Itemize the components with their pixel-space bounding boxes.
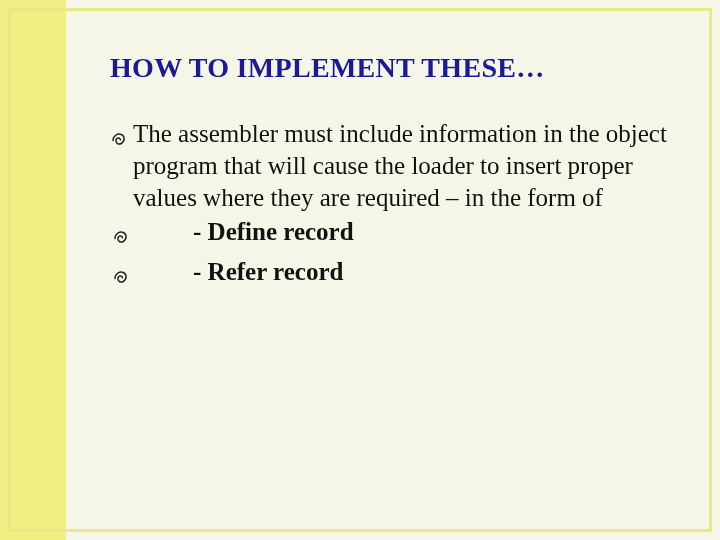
swirl-bullet-icon xyxy=(112,262,130,294)
sub-bullet-text: - Refer record xyxy=(135,256,680,288)
sub-bullet-item: - Refer record xyxy=(110,256,680,294)
bullet-item: The assembler must include information i… xyxy=(110,118,680,214)
bullet-text: The assembler must include information i… xyxy=(133,118,680,214)
slide-title: HOW TO IMPLEMENT THESE… xyxy=(110,52,680,84)
sub-bullet-text: - Define record xyxy=(135,216,680,248)
bullet-list: The assembler must include information i… xyxy=(110,118,680,294)
swirl-bullet-icon xyxy=(112,222,130,254)
sub-bullet-item: - Define record xyxy=(110,216,680,254)
swirl-bullet-icon xyxy=(110,124,128,156)
slide-content: HOW TO IMPLEMENT THESE… The assembler mu… xyxy=(110,52,680,296)
